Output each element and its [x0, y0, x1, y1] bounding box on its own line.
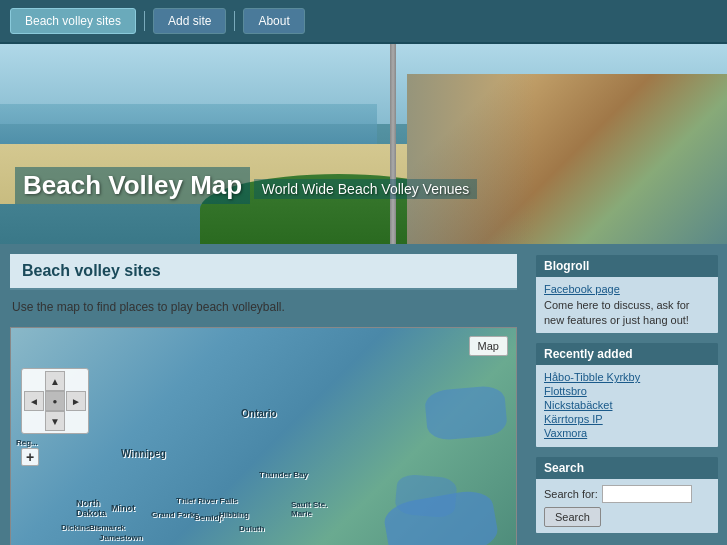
- search-input[interactable]: [602, 485, 692, 503]
- map-label-thunderbay: Thunder Bay: [259, 470, 308, 479]
- hero-main-title: Beach Volley Map: [15, 167, 250, 204]
- search-content: Search for: Search: [536, 479, 718, 533]
- page-title: Beach volley sites: [22, 262, 505, 280]
- search-label-row: Search for:: [544, 485, 710, 503]
- recently-added-section: Recently added Håbo-Tibble Kyrkby Flotts…: [535, 342, 719, 448]
- nav-divider-2: [234, 11, 235, 31]
- map-label-bismarck: Bismarck: [89, 523, 125, 532]
- map-label-hibbing: Hibbing: [219, 510, 249, 519]
- map-label-minot: Minot: [111, 503, 135, 513]
- map-background: Ontario Winnipeg NorthDakota Minot Dicki…: [11, 328, 516, 545]
- map-label-saultstemarie: Sault Ste.Marie: [291, 500, 327, 518]
- recent-link-0[interactable]: Håbo-Tibble Kyrkby: [544, 371, 710, 383]
- hero-subtitle: World Wide Beach Volley Venues: [254, 179, 478, 199]
- blogroll-section: Blogroll Facebook pageCome here to discu…: [535, 254, 719, 334]
- search-section: Search Search for: Search: [535, 456, 719, 534]
- hero-title-block: Beach Volley Map World Wide Beach Volley…: [15, 167, 477, 204]
- page-title-box: Beach volley sites: [10, 254, 517, 290]
- map-type-button[interactable]: Map: [469, 336, 508, 356]
- map-nav-center[interactable]: ●: [45, 391, 65, 411]
- map-label-thiefriverfalls: Thief River Falls: [176, 496, 238, 505]
- map-water-lake2: [394, 473, 457, 518]
- map-label-winnipeg: Winnipeg: [121, 448, 166, 459]
- nav-about[interactable]: About: [243, 8, 304, 34]
- blogroll-description: Come here to discuss, ask for new featur…: [544, 299, 690, 326]
- recent-link-2[interactable]: Nickstabäcket: [544, 399, 710, 411]
- recently-added-title: Recently added: [536, 343, 718, 365]
- hero-overlay: [407, 74, 727, 244]
- nav-beach-volley-sites[interactable]: Beach volley sites: [10, 8, 136, 34]
- hero-banner: Beach Volley Map World Wide Beach Volley…: [0, 44, 727, 244]
- map-nav-controls: ▲ ◄ ● ► ▼: [21, 368, 89, 434]
- map-zoom-in-button[interactable]: +: [21, 448, 39, 466]
- hero-pole: [390, 44, 396, 244]
- map-water-lake3: [424, 385, 508, 442]
- blogroll-facebook-link[interactable]: Facebook page: [544, 283, 710, 295]
- main-content: Beach volley sites Use the map to find p…: [0, 244, 727, 545]
- map-nav-up[interactable]: ▲: [45, 371, 65, 391]
- nav-divider: [144, 11, 145, 31]
- recent-link-4[interactable]: Vaxmora: [544, 427, 710, 439]
- search-title: Search: [536, 457, 718, 479]
- map-label-northdakota: NorthDakota: [76, 498, 106, 518]
- map-nav-left[interactable]: ◄: [24, 391, 44, 411]
- map-nav-right[interactable]: ►: [66, 391, 86, 411]
- left-content: Beach volley sites Use the map to find p…: [0, 244, 527, 545]
- navigation-bar: Beach volley sites Add site About: [0, 0, 727, 44]
- blogroll-content: Facebook pageCome here to discuss, ask f…: [536, 277, 718, 333]
- map-label-duluth: Duluth: [239, 524, 264, 533]
- map-label-reg: Reg...: [16, 438, 38, 447]
- map-container[interactable]: Ontario Winnipeg NorthDakota Minot Dicki…: [10, 327, 517, 545]
- recent-link-1[interactable]: Flottsbro: [544, 385, 710, 397]
- recently-added-content: Håbo-Tibble Kyrkby Flottsbro Nickstabäck…: [536, 365, 718, 447]
- right-sidebar: Blogroll Facebook pageCome here to discu…: [527, 244, 727, 545]
- map-label-jamestown: Jamestown: [99, 533, 143, 542]
- map-nav-down[interactable]: ▼: [45, 411, 65, 431]
- recent-link-3[interactable]: Kärrtorps IP: [544, 413, 710, 425]
- map-label-grandforks: Grand Forks: [151, 510, 199, 519]
- map-label-ontario: Ontario: [241, 408, 277, 419]
- blogroll-title: Blogroll: [536, 255, 718, 277]
- nav-add-site[interactable]: Add site: [153, 8, 226, 34]
- page-description: Use the map to find places to play beach…: [10, 295, 517, 319]
- search-for-label: Search for:: [544, 488, 598, 500]
- search-button[interactable]: Search: [544, 507, 601, 527]
